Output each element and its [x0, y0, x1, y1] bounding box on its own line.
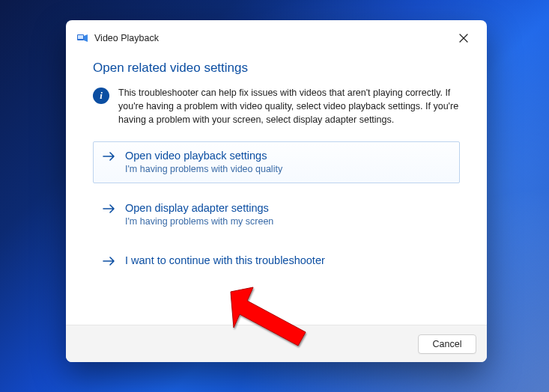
window-title: Video Playback — [94, 33, 159, 43]
svg-marker-2 — [84, 34, 88, 42]
option-title: I want to continue with this troubleshoo… — [125, 254, 325, 268]
troubleshooter-dialog: Video Playback Open related video settin… — [66, 20, 487, 362]
dialog-content: Open related video settings i This troub… — [66, 56, 487, 325]
option-title: Open video playback settings — [125, 149, 282, 163]
titlebar: Video Playback — [66, 20, 487, 56]
arrow-right-icon — [103, 203, 116, 217]
option-open-playback-settings[interactable]: Open video playback settings I'm having … — [93, 141, 460, 183]
app-icon — [76, 32, 88, 44]
info-icon: i — [93, 88, 109, 104]
svg-rect-1 — [78, 35, 83, 39]
section-heading: Open related video settings — [93, 61, 460, 76]
option-title: Open display adapter settings — [125, 201, 273, 215]
arrow-right-icon — [103, 256, 116, 269]
arrow-right-icon — [103, 151, 116, 165]
option-subtitle: I'm having problems with my screen — [125, 216, 273, 227]
cancel-button[interactable]: Cancel — [418, 334, 476, 354]
close-icon — [459, 34, 468, 43]
dialog-footer: Cancel — [66, 325, 487, 362]
option-subtitle: I'm having problems with video quality — [125, 164, 282, 174]
option-open-display-adapter-settings[interactable]: Open display adapter settings I'm having… — [93, 194, 460, 236]
close-button[interactable] — [448, 27, 479, 49]
intro-row: i This troubleshooter can help fix issue… — [93, 86, 460, 126]
option-continue-troubleshooter[interactable]: I want to continue with this troubleshoo… — [93, 246, 460, 278]
intro-text: This troubleshooter can help fix issues … — [118, 86, 460, 126]
desktop-background: Video Playback Open related video settin… — [0, 0, 549, 392]
